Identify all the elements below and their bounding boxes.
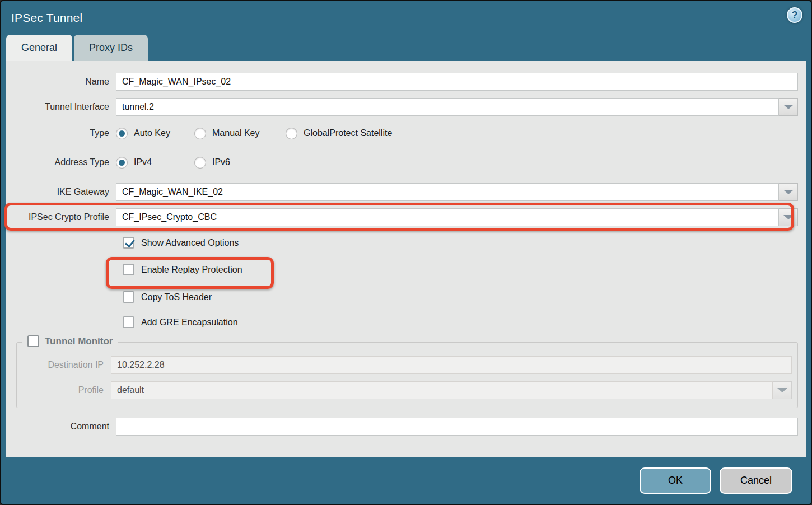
help-icon[interactable]: ? <box>787 7 802 23</box>
profile-input <box>111 381 773 399</box>
radio-auto-key[interactable]: Auto Key <box>116 128 194 139</box>
name-row: Name <box>6 73 798 91</box>
tunnel-interface-input[interactable] <box>116 98 779 116</box>
tab-bar: General Proxy IDs <box>1 35 811 61</box>
address-type-row: Address Type IPv4 IPv6 <box>6 155 798 170</box>
checkbox-tunnel-monitor[interactable] <box>27 335 39 347</box>
chevron-down-icon <box>777 388 787 392</box>
radio-button-icon <box>286 128 297 139</box>
comment-input[interactable] <box>116 418 798 436</box>
tab-proxy-ids[interactable]: Proxy IDs <box>74 35 148 61</box>
tunnel-interface-dropdown-button[interactable] <box>779 98 798 116</box>
ipsec-crypto-profile-row: IPSec Crypto Profile <box>6 208 798 226</box>
ike-gateway-label: IKE Gateway <box>6 187 116 197</box>
destination-ip-row: Destination IP <box>17 356 792 374</box>
tunnel-interface-label: Tunnel Interface <box>6 102 116 112</box>
radio-button-icon <box>194 157 206 169</box>
enable-replay-protection-row[interactable]: Enable Replay Protection <box>6 264 798 275</box>
comment-label: Comment <box>6 422 116 432</box>
checkbox-show-advanced-options[interactable] <box>123 237 134 249</box>
radio-button-icon <box>116 157 128 169</box>
ipsec-crypto-profile-dropdown-button[interactable] <box>779 208 798 226</box>
ipsec-tunnel-dialog: IPSec Tunnel ? General Proxy IDs Name Tu… <box>0 0 812 505</box>
comment-row: Comment <box>6 418 798 436</box>
tunnel-monitor-legend: Tunnel Monitor <box>22 335 118 347</box>
name-input[interactable] <box>116 73 798 91</box>
tunnel-monitor-fieldset: Tunnel Monitor Destination IP Profile <box>16 342 798 408</box>
address-type-label: Address Type <box>6 157 116 167</box>
general-tab-panel: Name Tunnel Interface Type Auto Key <box>6 61 806 457</box>
profile-dropdown-button <box>773 381 792 399</box>
radio-button-icon <box>194 128 206 139</box>
name-label: Name <box>6 77 116 87</box>
ike-gateway-input[interactable] <box>116 183 779 201</box>
ipsec-crypto-profile-label: IPSec Crypto Profile <box>6 212 116 222</box>
checkbox-enable-replay-protection[interactable] <box>123 264 134 275</box>
radio-manual-key[interactable]: Manual Key <box>194 128 286 139</box>
tunnel-monitor-label: Tunnel Monitor <box>39 336 113 347</box>
ike-gateway-row: IKE Gateway <box>6 183 798 201</box>
ipsec-crypto-profile-input[interactable] <box>116 208 779 226</box>
copy-tos-header-row[interactable]: Copy ToS Header <box>6 291 798 303</box>
profile-label: Profile <box>17 385 111 395</box>
destination-ip-label: Destination IP <box>17 360 111 370</box>
tab-general[interactable]: General <box>6 35 72 61</box>
radio-ipv6[interactable]: IPv6 <box>194 157 230 169</box>
tunnel-interface-row: Tunnel Interface <box>6 98 798 116</box>
dialog-title: IPSec Tunnel <box>11 11 82 25</box>
radio-globalprotect-satellite[interactable]: GlobalProtect Satellite <box>286 128 392 139</box>
dialog-footer: OK Cancel <box>1 457 811 504</box>
radio-ipv4[interactable]: IPv4 <box>116 157 194 169</box>
type-label: Type <box>6 128 116 138</box>
cancel-button[interactable]: Cancel <box>720 467 792 494</box>
chevron-down-icon <box>783 215 794 219</box>
destination-ip-input <box>111 356 792 374</box>
chevron-down-icon <box>783 105 794 109</box>
dialog-titlebar: IPSec Tunnel <box>1 1 811 35</box>
chevron-down-icon <box>783 190 794 194</box>
checkbox-add-gre-encapsulation[interactable] <box>123 316 134 328</box>
profile-row: Profile <box>17 381 792 399</box>
radio-button-icon <box>116 128 128 139</box>
ike-gateway-dropdown-button[interactable] <box>779 183 798 201</box>
ok-button[interactable]: OK <box>640 467 711 494</box>
checkbox-copy-tos-header[interactable] <box>123 291 134 303</box>
type-row: Type Auto Key Manual Key GlobalProtect S… <box>6 125 798 141</box>
add-gre-encapsulation-row[interactable]: Add GRE Encapsulation <box>6 316 798 328</box>
show-advanced-options-row[interactable]: Show Advanced Options <box>6 237 798 249</box>
